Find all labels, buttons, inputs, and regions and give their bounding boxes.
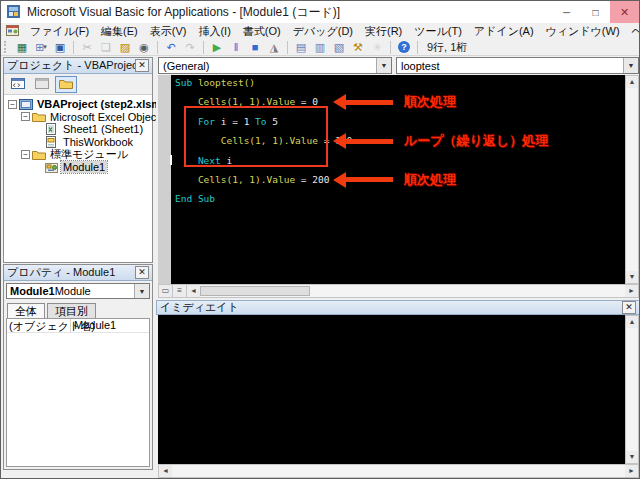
menu-item-1[interactable]: 編集(E)	[95, 23, 144, 40]
scroll-down-icon[interactable]	[626, 451, 638, 463]
annotation-arrow: ループ（繰り返し）処理	[333, 133, 548, 149]
save-button[interactable]: ▣	[51, 40, 69, 55]
view-excel-button[interactable]: ▦	[13, 40, 31, 55]
project-explorer-button[interactable]: ▤	[292, 40, 310, 55]
properties-panel-title: プロパティ - Module1	[7, 265, 135, 280]
collapse-expander-icon[interactable]: −	[8, 100, 17, 109]
toolbar-separator	[157, 41, 158, 54]
full-module-view-icon[interactable]: ≡	[173, 285, 187, 297]
cut-button[interactable]: ✂	[78, 40, 96, 55]
properties-window-button[interactable]: ▥	[311, 40, 329, 55]
code-editor[interactable]: Sub looptest() Cells(1, 1).Value = 0 For…	[158, 75, 625, 284]
properties-grid: (オブジェクト名)Module1	[6, 318, 150, 467]
immediate-horizontal-scrollbar[interactable]	[158, 464, 639, 478]
object-browser-button[interactable]: ▧	[330, 40, 348, 55]
redo-icon: ↷	[185, 42, 194, 53]
toolbox-icon: ⚒	[353, 42, 363, 53]
tree-item-module1[interactable]: Module1	[4, 161, 152, 174]
find-button[interactable]: ◉	[135, 40, 153, 55]
loop-highlight-box	[184, 106, 328, 167]
menu-item-9[interactable]: ウィンドウ(W)	[540, 23, 626, 40]
menu-item-10[interactable]: ヘルプ(H)	[626, 23, 640, 40]
insert-userform-dropdown-icon[interactable]: ▾	[43, 43, 47, 51]
menu-item-6[interactable]: 実行(R)	[359, 23, 408, 40]
collapse-expander-icon[interactable]: −	[21, 112, 30, 121]
scroll-left-icon[interactable]	[159, 465, 172, 477]
toolbar-buttons: ▦⊞▾▣✂❏▨◉↶↷▶‖■◮▤▥▧⚒✳?	[13, 40, 413, 55]
project-explorer-panel: プロジェクト - VBAProject ✕ −VBAProject (step2…	[3, 57, 153, 263]
object-dropdown[interactable]: (General) ▼	[158, 57, 392, 74]
procedure-dropdown[interactable]: looptest ▼	[396, 57, 639, 74]
menu-item-3[interactable]: 挿入(I)	[192, 23, 236, 40]
menu-item-0[interactable]: ファイル(F)	[24, 23, 95, 40]
paste-icon: ▨	[120, 42, 130, 53]
scroll-left-icon[interactable]	[187, 285, 200, 297]
menu-item-7[interactable]: ツール(T)	[408, 23, 468, 40]
help-button[interactable]: ?	[395, 40, 413, 55]
design-mode-button[interactable]: ◮	[265, 40, 283, 55]
code-vertical-scrollbar[interactable]	[625, 75, 639, 284]
copy-button[interactable]: ❏	[97, 40, 115, 55]
tree-item-modules-folder[interactable]: −標準モジュール	[4, 148, 152, 161]
tree-item-excel-objects[interactable]: −Microsoft Excel Objects	[4, 111, 152, 124]
properties-panel-header: プロパティ - Module1 ✕	[4, 265, 152, 281]
minimize-button[interactable]: ─	[552, 1, 581, 23]
standard-toolbar: ▦⊞▾▣✂❏▨◉↶↷▶‖■◮▤▥▧⚒✳? 9行, 1桁	[1, 39, 639, 56]
code-window: (General) ▼ looptest ▼ Sub looptest() Ce…	[156, 56, 640, 479]
break-button[interactable]: ‖	[227, 40, 245, 55]
procedure-dropdown-arrow-icon[interactable]: ▼	[623, 58, 638, 73]
toolbox-button[interactable]: ⚒	[349, 40, 367, 55]
sheet-icon	[45, 123, 61, 135]
scrollbar-track[interactable]	[172, 465, 625, 477]
run-icon: ▶	[213, 42, 221, 53]
procedure-view-icon[interactable]: ▭	[159, 285, 173, 297]
menu-item-4[interactable]: 書式(O)	[237, 23, 287, 40]
collapse-expander-icon[interactable]: −	[21, 150, 30, 159]
tree-item-sheet1[interactable]: Sheet1 (Sheet1)	[4, 123, 152, 136]
close-button[interactable]: ✕	[610, 1, 639, 23]
view-code-button[interactable]	[7, 76, 29, 93]
project-explorer-icon: ▤	[296, 42, 306, 53]
arrow-head-icon	[333, 172, 346, 188]
project-icon	[19, 99, 35, 110]
undo-button[interactable]: ↶	[162, 40, 180, 55]
scroll-up-icon[interactable]	[626, 76, 638, 88]
code-horizontal-scrollbar[interactable]: ▭ ≡	[158, 284, 639, 298]
immediate-panel-close-icon[interactable]: ✕	[622, 301, 636, 314]
scroll-right-icon[interactable]	[625, 465, 638, 477]
toggle-folders-button[interactable]	[55, 76, 77, 93]
properties-selector-dropdown-icon[interactable]: ▼	[134, 284, 149, 298]
title-bar: Microsoft Visual Basic for Applications …	[1, 1, 639, 23]
reset-button[interactable]: ■	[246, 40, 264, 55]
break-icon: ‖	[234, 42, 239, 53]
immediate-window[interactable]	[158, 315, 625, 464]
run-button[interactable]: ▶	[208, 40, 226, 55]
properties-object-selector[interactable]: Module1 Module ▼	[6, 283, 150, 299]
properties-panel-close-icon[interactable]: ✕	[135, 266, 149, 279]
properties-tab-1[interactable]: 項目別	[47, 303, 96, 318]
scroll-down-icon[interactable]	[626, 271, 638, 283]
insert-userform-button[interactable]: ⊞▾	[32, 40, 50, 55]
immediate-vertical-scrollbar[interactable]	[625, 315, 639, 464]
scroll-right-icon[interactable]	[625, 285, 638, 297]
arrow-head-icon	[333, 94, 346, 110]
properties-tab-0[interactable]: 全体	[7, 303, 45, 318]
maximize-button[interactable]: □	[581, 1, 610, 23]
msforms-button[interactable]: ✳	[368, 40, 386, 55]
menu-item-5[interactable]: デバッグ(D)	[287, 23, 359, 40]
scrollbar-thumb[interactable]	[200, 286, 310, 296]
find-icon: ◉	[139, 42, 149, 53]
annotation-label: 順次処理	[404, 93, 456, 111]
paste-button[interactable]: ▨	[116, 40, 134, 55]
design-mode-icon: ◮	[270, 42, 278, 53]
project-panel-close-icon[interactable]: ✕	[135, 59, 149, 72]
object-dropdown-arrow-icon[interactable]: ▼	[376, 58, 391, 73]
scrollbar-track[interactable]	[310, 285, 625, 297]
property-value[interactable]: Module1	[71, 319, 149, 332]
redo-button[interactable]: ↷	[181, 40, 199, 55]
scroll-up-icon[interactable]	[626, 316, 638, 328]
menu-item-8[interactable]: アドイン(A)	[468, 23, 540, 40]
tree-item-vbaproject[interactable]: −VBAProject (step2.xlsm)	[4, 98, 152, 111]
menu-item-2[interactable]: 表示(V)	[144, 23, 193, 40]
view-object-button[interactable]	[31, 76, 53, 93]
